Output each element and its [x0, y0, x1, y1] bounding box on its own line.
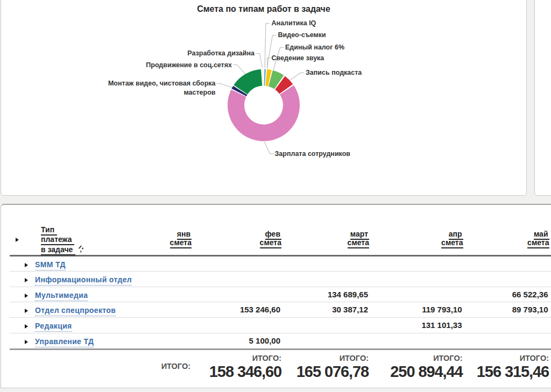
svg-text:Видео-съемки: Видео-съемки	[278, 31, 326, 39]
svg-text:Запись подкаста: Запись подкаста	[306, 69, 362, 76]
svg-text:Продвижение в соц.сетях: Продвижение в соц.сетях	[146, 61, 232, 69]
svg-text:Сведение звука: Сведение звука	[272, 54, 325, 62]
svg-text:Монтаж видео, чистовая сборка: Монтаж видео, чистовая сборка	[108, 80, 216, 87]
svg-text:мастеров: мастеров	[183, 89, 215, 96]
svg-text:Аналитика IQ: Аналитика IQ	[272, 19, 316, 27]
svg-text:Разработка дизайна: Разработка дизайна	[187, 49, 255, 57]
svg-text:Зарплата сотрудников: Зарплата сотрудников	[275, 150, 351, 158]
svg-text:Единый налог 6%: Единый налог 6%	[285, 44, 344, 51]
